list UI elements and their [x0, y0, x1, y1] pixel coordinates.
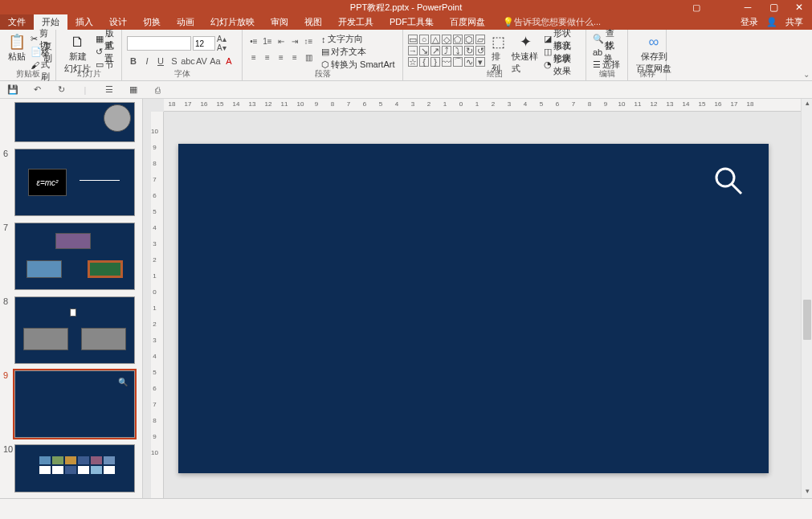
shadow-button[interactable]: abc	[182, 55, 194, 67]
magnify-icon	[712, 165, 745, 203]
tab-animations[interactable]: 动画	[169, 14, 202, 30]
slide-thumbnails-panel[interactable]: 6ε=mc² 7 8 9🔍 10	[0, 99, 143, 498]
shapes-gallery[interactable]: ▭○△◇⬠⬡▱ →↘↗⤴⤵↻↺ ☆{}〰⌒∿▾	[408, 35, 485, 67]
group-slides: 幻灯片	[56, 68, 121, 80]
scroll-up-icon[interactable]: ▴	[802, 99, 812, 110]
group-clipboard: 剪贴板	[0, 68, 55, 80]
text-direction-button[interactable]: ↕ 文字方向	[321, 33, 394, 45]
svg-line-1	[732, 184, 741, 194]
group-font: 字体	[122, 68, 242, 80]
align-text-button[interactable]: ▤ 对齐文本	[321, 46, 394, 58]
thumb-number: 9	[3, 370, 8, 380]
magnify-icon: 🔍	[118, 378, 128, 386]
qat-save-icon[interactable]: 💾	[6, 84, 19, 95]
columns-button[interactable]: ▥	[302, 51, 315, 63]
bullets-button[interactable]: •≡	[247, 35, 260, 47]
font-family-input[interactable]	[127, 36, 191, 51]
linespace-button[interactable]: ↕≡	[302, 35, 315, 47]
thumb-number: 6	[3, 149, 8, 158]
group-drawing: 绘图	[403, 68, 586, 80]
italic-button[interactable]: I	[141, 55, 153, 67]
tab-baidu[interactable]: 百度网盘	[442, 14, 493, 30]
horizontal-ruler: 1817161514131211109876543210123456789101…	[164, 99, 812, 112]
align-right-button[interactable]: ≡	[275, 51, 288, 63]
slide-thumb-8[interactable]	[14, 296, 135, 364]
status-bar	[0, 498, 812, 519]
share-icon: 👤	[766, 17, 777, 27]
justify-button[interactable]: ≡	[288, 51, 301, 63]
share-button[interactable]: 共享	[785, 16, 803, 28]
tab-review[interactable]: 审阅	[263, 14, 296, 30]
document-title: PPT教程2.pptx - PowerPoint	[350, 2, 462, 14]
vertical-scrollbar[interactable]: ▴ ▾	[801, 99, 812, 498]
svg-point-0	[716, 169, 734, 186]
group-save: 保存	[628, 68, 666, 80]
scroll-down-icon[interactable]: ▾	[802, 487, 812, 498]
font-color-button[interactable]: A	[222, 55, 235, 67]
paste-button[interactable]: 📋粘贴	[5, 31, 29, 64]
tell-me-input[interactable]: 💡 告诉我您想要做什么...	[503, 16, 601, 28]
thumb-number: 7	[3, 223, 8, 232]
collapse-ribbon-icon[interactable]: ⌄	[803, 70, 810, 79]
login-link[interactable]: 登录	[741, 16, 758, 28]
qat-redo-icon[interactable]: ↻	[55, 84, 67, 95]
tab-view[interactable]: 视图	[296, 14, 330, 30]
slide-thumb-7[interactable]	[14, 223, 135, 290]
qat-tool3-icon[interactable]: ⎙	[151, 85, 164, 95]
vertical-ruler: 10987654321012345678910	[151, 112, 164, 498]
maximize-button[interactable]: ▢	[761, 0, 786, 14]
qat-tool1-icon[interactable]: ☰	[103, 84, 116, 95]
case-button[interactable]: Aa	[209, 55, 222, 67]
thumb-number: 10	[3, 444, 13, 454]
scroll-thumb[interactable]	[803, 300, 811, 340]
textdir-label: 文字方向	[328, 33, 363, 45]
slide-thumb-10[interactable]	[14, 444, 135, 492]
tab-devtools[interactable]: 开发工具	[330, 14, 382, 30]
bold-button[interactable]: B	[127, 55, 140, 67]
close-button[interactable]: ✕	[786, 0, 812, 14]
indent-dec-button[interactable]: ⇤	[275, 35, 288, 47]
ribbon-display-icon[interactable]: ▢	[683, 2, 709, 13]
thumb-number: 8	[3, 296, 8, 306]
reset-button[interactable]: ↺ 重置	[96, 46, 115, 58]
tab-slideshow[interactable]: 幻灯片放映	[202, 14, 263, 30]
tab-insert[interactable]: 插入	[67, 14, 101, 30]
align-center-button[interactable]: ≡	[261, 51, 274, 63]
align-label: 对齐文本	[331, 46, 366, 58]
align-left-button[interactable]: ≡	[247, 51, 260, 63]
group-paragraph: 段落	[243, 68, 402, 80]
slide-thumb-9[interactable]: 🔍	[14, 370, 135, 438]
qat-tool2-icon[interactable]: ▦	[127, 84, 140, 95]
group-editing: 编辑	[586, 68, 627, 80]
slide-edit-area[interactable]: 1817161514131211109876543210123456789101…	[143, 99, 812, 498]
minimize-button[interactable]: ─	[735, 0, 761, 14]
tab-pdftools[interactable]: PDF工具集	[382, 14, 442, 30]
spacing-button[interactable]: AV	[195, 55, 208, 67]
underline-button[interactable]: U	[154, 55, 167, 67]
paste-label: 粘贴	[8, 51, 26, 63]
numbering-button[interactable]: 1≡	[261, 35, 274, 47]
slide-canvas[interactable]	[178, 144, 769, 473]
tab-file[interactable]: 文件	[0, 14, 34, 30]
replace-button[interactable]: ab 替换	[593, 46, 621, 58]
font-size-input[interactable]	[193, 36, 215, 51]
strike-button[interactable]: S	[168, 55, 181, 67]
indent-inc-button[interactable]: ⇥	[288, 35, 301, 47]
slide-thumb-6[interactable]: ε=mc²	[14, 149, 135, 216]
tab-transitions[interactable]: 切换	[135, 14, 169, 30]
qat-undo-icon[interactable]: ↶	[31, 84, 43, 95]
